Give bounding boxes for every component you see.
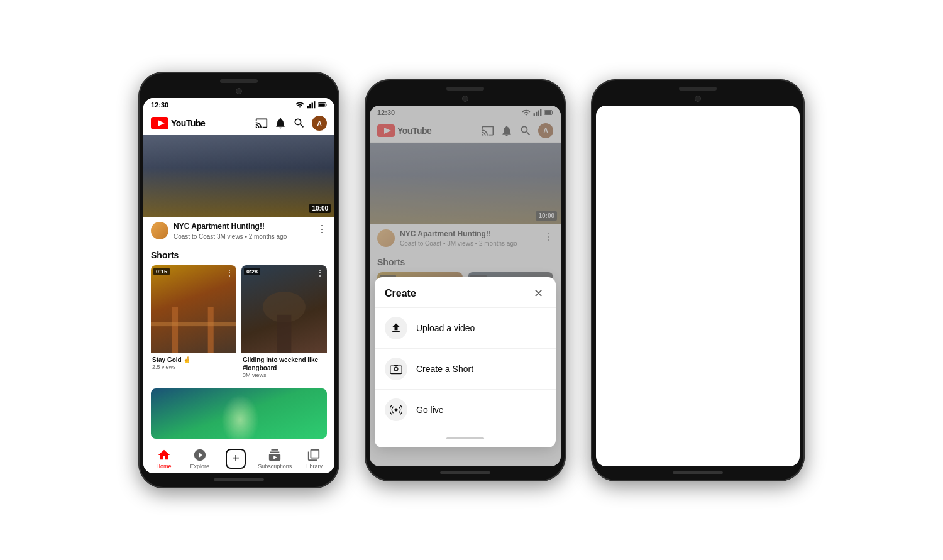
short-visual-2 bbox=[241, 292, 327, 353]
short-visual-1 bbox=[151, 292, 236, 353]
create-short-icon-wrapper bbox=[385, 358, 407, 380]
video-title-1: NYC Apartment Hunting!! bbox=[174, 222, 312, 232]
short-info-2: Gliding into weekend like #longboard 3M … bbox=[241, 353, 327, 381]
main-video-thumb-1[interactable]: 10:00 bbox=[143, 135, 334, 217]
home-bar-2 bbox=[440, 471, 490, 474]
signal-icon bbox=[307, 101, 316, 109]
nav-explore-label: Explore bbox=[190, 463, 210, 469]
create-short-item[interactable]: Create a Short bbox=[375, 348, 556, 389]
shorts-section-1: Shorts 0:15 ⋮ Stay Gol bbox=[143, 245, 334, 383]
short-thumb-1: 0:15 ⋮ bbox=[151, 265, 236, 353]
yt-logo-1[interactable]: YouTube bbox=[151, 117, 205, 129]
upload-icon bbox=[390, 322, 402, 334]
more-options-btn-1[interactable]: ⋮ bbox=[317, 222, 327, 235]
notifications-icon[interactable] bbox=[274, 117, 287, 129]
create-modal-title: Create bbox=[385, 288, 416, 299]
phone-camera-bar-1 bbox=[236, 88, 242, 94]
short-card-2[interactable]: 0:28 ⋮ Gliding into weekend like #longbo… bbox=[241, 265, 327, 381]
nav-subs-label: Subscriptions bbox=[258, 463, 292, 469]
video-duration-1: 10:00 bbox=[309, 204, 331, 213]
phone-bottom-3 bbox=[673, 471, 723, 474]
home-bar-1 bbox=[214, 478, 264, 481]
phone-camera-bar-2 bbox=[462, 96, 468, 102]
create-modal: Create ✕ Upload a video Create a Short bbox=[375, 277, 556, 447]
svg-rect-1 bbox=[309, 104, 311, 108]
video-sub-1: Coast to Coast 3M views • 2 months ago bbox=[174, 233, 312, 240]
short-more-2[interactable]: ⋮ bbox=[316, 268, 324, 278]
phone-camera-bar-3 bbox=[695, 96, 701, 102]
status-icons-1 bbox=[295, 101, 327, 109]
modal-bottom-bar bbox=[446, 437, 484, 439]
status-time-1: 12:30 bbox=[151, 101, 168, 109]
nav-home-label: Home bbox=[157, 463, 172, 469]
yt-header-icons-1: A bbox=[255, 116, 327, 131]
search-icon[interactable] bbox=[293, 117, 306, 129]
nav-home-1[interactable]: Home bbox=[150, 448, 178, 469]
svg-rect-13 bbox=[277, 315, 292, 353]
subscriptions-icon bbox=[268, 448, 282, 462]
svg-rect-3 bbox=[314, 101, 315, 108]
short-thumb-2: 0:28 ⋮ bbox=[241, 265, 327, 353]
svg-rect-0 bbox=[307, 106, 309, 108]
phone-screen-2: 12:30 YouTube A bbox=[370, 106, 561, 466]
svg-rect-2 bbox=[312, 103, 313, 109]
yt-logo-text-1: YouTube bbox=[171, 118, 205, 128]
phone-bottom-1 bbox=[214, 478, 264, 481]
video-overlay-1 bbox=[143, 135, 334, 217]
channel-avatar-1 bbox=[151, 222, 168, 239]
phone-camera-2 bbox=[462, 96, 468, 102]
nav-library-1[interactable]: Library bbox=[300, 448, 328, 469]
svg-rect-10 bbox=[208, 307, 214, 353]
upload-video-item[interactable]: Upload a video bbox=[375, 307, 556, 348]
phone-2: 12:30 YouTube A bbox=[365, 79, 566, 481]
shorts-row-1: 0:15 ⋮ Stay Gold 🤞 2.5 views bbox=[151, 265, 327, 381]
svg-rect-5 bbox=[326, 104, 326, 106]
short-info-1: Stay Gold 🤞 2.5 views bbox=[151, 353, 236, 373]
home-bar-3 bbox=[673, 471, 723, 474]
short-views-2: 3M views bbox=[243, 372, 326, 378]
short-more-1[interactable]: ⋮ bbox=[225, 268, 234, 278]
nav-subs-1[interactable]: Subscriptions bbox=[258, 448, 292, 469]
nav-explore-1[interactable]: Explore bbox=[186, 448, 214, 469]
phone-1: 12:30 YouTube bbox=[138, 72, 339, 488]
wifi-icon bbox=[295, 101, 304, 109]
upload-video-label: Upload a video bbox=[416, 323, 475, 333]
phone-speaker-3 bbox=[679, 87, 717, 91]
phone-3: ✕ Add music Speed bbox=[591, 79, 805, 481]
shorts-title-1: Shorts bbox=[151, 250, 327, 260]
phone-speaker-2 bbox=[446, 87, 484, 91]
add-button-1[interactable]: + bbox=[226, 449, 246, 469]
battery-icon bbox=[318, 101, 327, 109]
create-modal-close-btn[interactable]: ✕ bbox=[531, 286, 546, 301]
phone-camera-1 bbox=[236, 88, 242, 94]
cast-icon[interactable] bbox=[255, 117, 268, 129]
bottom-nav-1: Home Explore + Subscriptions Library bbox=[143, 444, 334, 473]
landscape-thumb-1 bbox=[151, 388, 327, 439]
status-bar-1: 12:30 bbox=[143, 98, 334, 112]
video-meta-1: NYC Apartment Hunting!! Coast to Coast 3… bbox=[174, 222, 312, 240]
phone-speaker-1 bbox=[220, 79, 258, 83]
camera-icon bbox=[390, 363, 402, 375]
nav-add-1[interactable]: + bbox=[222, 449, 250, 469]
account-avatar-1[interactable]: A bbox=[312, 116, 327, 131]
short-title-2: Gliding into weekend like #longboard bbox=[243, 356, 326, 372]
short-duration-1: 0:15 bbox=[153, 268, 170, 275]
svg-rect-6 bbox=[319, 104, 325, 107]
youtube-logo-icon bbox=[151, 117, 168, 129]
phone-screen-1: 12:30 YouTube bbox=[143, 98, 334, 473]
library-icon bbox=[307, 448, 321, 462]
create-modal-header: Create ✕ bbox=[375, 277, 556, 307]
upload-icon-wrapper bbox=[385, 317, 407, 339]
go-live-icon-wrapper bbox=[385, 398, 407, 421]
yt-header-1: YouTube A bbox=[143, 112, 334, 135]
explore-icon bbox=[193, 448, 207, 462]
short-title-1: Stay Gold 🤞 bbox=[152, 356, 235, 364]
nav-library-label: Library bbox=[306, 463, 323, 469]
create-short-label: Create a Short bbox=[416, 364, 473, 374]
short-card-1[interactable]: 0:15 ⋮ Stay Gold 🤞 2.5 views bbox=[151, 265, 236, 381]
phone-camera-3 bbox=[695, 96, 701, 102]
go-live-label: Go live bbox=[416, 405, 444, 415]
go-live-item[interactable]: Go live bbox=[375, 389, 556, 430]
home-icon bbox=[157, 448, 171, 462]
svg-rect-9 bbox=[172, 307, 178, 353]
